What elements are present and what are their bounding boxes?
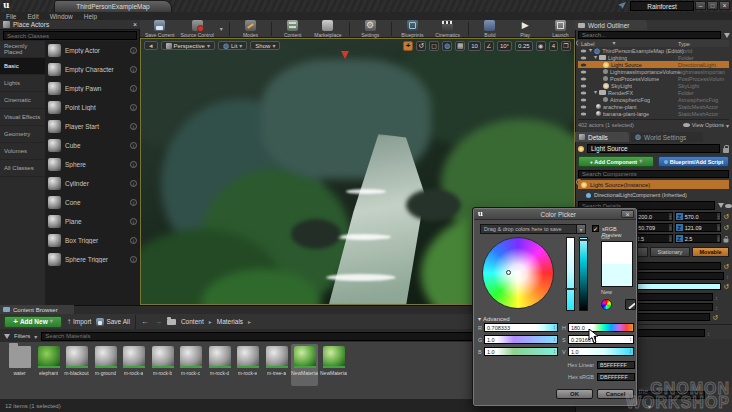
place-actor-plane[interactable]: Plane [45,212,140,231]
menu-edit[interactable]: Edit [27,13,38,20]
add-new-button[interactable]: Add New [4,316,62,328]
asset-newmaterial[interactable]: NewMaterial [291,344,318,386]
place-actor-empty-character[interactable]: Empty Character [45,60,140,79]
scale-snap-value[interactable]: 0.25 [515,41,533,51]
outliner-row-lighting[interactable]: LightingFolder [578,54,729,61]
level-tab[interactable]: ThirdPersonExampleMap [54,0,172,12]
hex-linear-field[interactable]: B5FFFFFF [597,361,635,369]
outliner-row-skylight[interactable]: SkyLightSkyLight [578,82,729,89]
expander-icon[interactable] [594,89,597,96]
reset-icon[interactable] [712,314,718,321]
visibility-eye-icon[interactable] [581,56,587,59]
play-button[interactable]: Play [510,20,539,38]
outliner-row-light-source[interactable]: Light SourceDirectionalLight [578,61,729,68]
visibility-eye-icon[interactable] [581,70,587,73]
place-actor-box-trigger[interactable]: Box Trigger [45,231,140,250]
category-cinematic[interactable]: Cinematic [0,92,45,109]
property-value-field[interactable] [632,313,710,321]
details-filter-icon[interactable] [718,203,724,208]
breadcrumb-materials[interactable]: Materials [217,318,243,325]
visibility-eye-icon[interactable] [581,84,587,87]
visibility-eye-icon[interactable] [581,77,587,80]
outliner-column-header[interactable]: Label Type [578,40,729,47]
place-actors-header[interactable]: Place Actors [0,20,140,30]
color-wheel[interactable] [482,237,554,309]
modes-button[interactable]: Modes [236,20,265,38]
close-button[interactable] [719,1,730,10]
back-icon[interactable] [141,318,149,326]
reset-icon[interactable] [723,224,729,231]
expander-icon[interactable] [594,54,597,61]
property-value-field[interactable] [632,329,705,337]
outliner-row-arachne-plant[interactable]: arachne-plantStaticMeshActor [578,103,729,110]
feedback-icon[interactable] [618,2,626,9]
asset-m-tree-a[interactable]: m-tree-a [263,344,290,386]
cancel-button[interactable]: Cancel [597,389,634,399]
expander-icon[interactable] [589,47,592,54]
category-lights[interactable]: Lights [0,75,45,92]
chevron-down-icon[interactable] [220,25,223,32]
visibility-eye-icon[interactable] [581,63,587,66]
outliner-row-renderfx[interactable]: RenderFXFolder [578,89,729,96]
category-geometry[interactable]: Geometry [0,126,45,143]
saturation-channel-field[interactable]: 0.291667 [568,335,634,344]
place-actor-cone[interactable]: Cone [45,193,140,212]
panel-close-icon[interactable] [133,21,137,28]
filters-button[interactable]: Filters [14,333,30,339]
menu-file[interactable]: File [6,13,16,20]
saturation-slider[interactable] [566,237,575,311]
property-value-field[interactable] [632,391,705,399]
place-actor-point-light[interactable]: Point Light [45,98,140,117]
search-classes-input[interactable] [3,31,137,40]
lit-mode-button[interactable]: Lit [218,41,247,50]
ok-button[interactable]: OK [556,389,593,399]
visibility-eye-icon[interactable] [581,112,587,115]
value-slider[interactable] [579,237,588,311]
category-volumes[interactable]: Volumes [0,143,45,160]
saturation-handle[interactable] [565,288,577,290]
content-browser-tab[interactable]: Content Browser [0,305,74,314]
translate-tool-button[interactable] [403,41,413,51]
view-options-button[interactable]: View Options [692,122,724,128]
import-button[interactable]: Import [67,318,91,326]
restore-button[interactable] [707,1,718,10]
location-z-field[interactable]: Z570.0 [675,212,721,221]
component-directional-light[interactable]: DirectionalLightComponent (Inherited) [586,191,729,199]
perspective-button[interactable]: Perspective [161,41,215,50]
category-basic[interactable]: Basic [0,58,45,75]
green-channel-field[interactable]: 1.0 [484,335,558,344]
visibility-eye-icon[interactable] [581,91,587,94]
color-picker-titlebar[interactable]: Color Picker [474,209,636,220]
component-light-source-instance[interactable]: Light Source(Instance) [578,180,729,189]
category-visual-effects[interactable]: Visual Effects [0,109,45,126]
show-flags-button[interactable]: Show [250,41,280,50]
light-gizmo-arrow[interactable] [341,51,349,59]
lock-icon[interactable] [723,148,729,153]
menu-help[interactable]: Help [84,13,97,20]
visibility-eye-icon[interactable] [581,98,587,101]
content-button[interactable]: Content [278,20,307,38]
visibility-eye-icon[interactable] [581,49,587,52]
asset-m-rock-a[interactable]: m-rock-a [120,344,147,386]
category-recently-placed[interactable]: Recently Placed [0,41,45,58]
advanced-toggle[interactable]: Advanced [478,315,510,322]
color-themes-icon[interactable] [601,299,612,310]
asset-m-rock-e[interactable]: m-rock-e [234,344,261,386]
outliner-row-banana-plant[interactable]: banana-plant-largeStaticMeshActor [578,110,729,117]
actor-name-field[interactable]: Light Source [587,144,720,153]
place-actor-empty-actor[interactable]: Empty Actor [45,41,140,60]
settings-button[interactable]: Settings [356,20,385,38]
category-all-classes[interactable]: All Classes [0,160,45,177]
asset-m-rock-d[interactable]: m-rock-d [206,344,233,386]
menu-window[interactable]: Window [50,13,73,20]
camera-speed-button[interactable] [536,41,546,51]
reset-icon[interactable] [723,213,729,220]
outliner-row-world[interactable]: ThirdPersonExampleMap (Editor)World [578,47,729,54]
section-expander[interactable] [648,403,651,410]
place-actor-sphere-trigger[interactable]: Sphere Trigger [45,250,140,269]
cinematics-button[interactable]: Cinematics [433,20,462,38]
mobility-movable-button[interactable]: Movable [692,247,729,257]
rotation-snap-toggle[interactable] [484,41,494,51]
visibility-eye-icon[interactable] [581,105,587,108]
hue-channel-field[interactable]: 180.0 [568,323,634,332]
